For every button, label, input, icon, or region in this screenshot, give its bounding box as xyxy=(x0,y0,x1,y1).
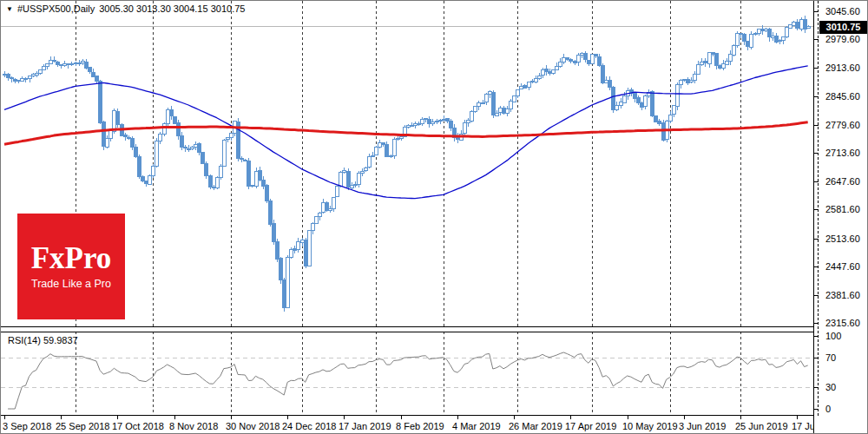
date-tick xyxy=(231,416,232,419)
price-axis-label: 2713.60 xyxy=(825,148,860,158)
date-tick xyxy=(570,416,571,419)
price-axis-label: 2581.60 xyxy=(825,204,860,214)
date-tick xyxy=(740,416,741,419)
date-axis-label: 25 Jun 2019 xyxy=(735,421,788,431)
date-axis-label: 25 Sep 2018 xyxy=(56,421,109,431)
fxpro-logo-title: FxPro xyxy=(31,243,112,274)
rsi-axis-label: 30 xyxy=(825,382,836,392)
date-axis-label: 17 Apr 2019 xyxy=(565,421,616,431)
date-axis-label: 8 Nov 2018 xyxy=(169,421,218,431)
date-tick xyxy=(61,416,62,419)
price-tick xyxy=(814,323,819,324)
date-tick xyxy=(797,416,798,419)
price-tick xyxy=(814,209,819,210)
ohlc-quote-text: 3005.30 3013.30 3004.15 3010.75 xyxy=(99,3,245,14)
price-axis[interactable]: 3045.602979.602913.602845.602779.602713.… xyxy=(813,1,868,434)
date-tick xyxy=(117,416,118,419)
price-tick xyxy=(814,266,819,267)
date-tick xyxy=(344,416,345,419)
price-tick xyxy=(814,68,819,69)
price-axis-label: 3045.60 xyxy=(825,6,860,16)
date-axis-label: 4 Mar 2019 xyxy=(452,421,501,431)
price-axis-label: 2513.60 xyxy=(825,233,860,244)
symbol-period-label: #USSPX500,Daily xyxy=(17,3,95,14)
price-tick xyxy=(814,125,819,126)
date-tick xyxy=(401,416,402,419)
date-tick xyxy=(684,416,685,419)
trading-chart-window: ▼ #USSPX500,Daily 3005.30 3013.30 3004.1… xyxy=(0,0,868,434)
price-tick xyxy=(814,96,819,97)
date-tick xyxy=(457,416,458,419)
rsi-indicator-pane[interactable] xyxy=(1,332,813,416)
rsi-tick xyxy=(814,336,819,337)
price-axis-label: 2381.60 xyxy=(825,290,860,300)
current-price-badge: 3010.75 xyxy=(819,21,867,34)
price-tick xyxy=(814,11,819,12)
date-axis-label: 10 May 2019 xyxy=(622,421,678,431)
date-tick xyxy=(514,416,515,419)
date-axis-label: 17 Oct 2018 xyxy=(112,421,164,431)
date-axis-label: 8 Feb 2019 xyxy=(396,421,444,431)
date-tick xyxy=(4,416,5,419)
date-axis-label: 3 Jun 2019 xyxy=(679,421,726,431)
date-tick xyxy=(287,416,288,419)
fxpro-logo-tagline: Trade Like a Pro xyxy=(31,278,111,290)
price-axis-label: 2845.60 xyxy=(825,91,860,102)
rsi-axis-label: 100 xyxy=(825,331,841,341)
price-axis-label: 2779.60 xyxy=(825,120,860,130)
axis-inner-dashed-line xyxy=(818,1,819,416)
price-axis-label: 2979.60 xyxy=(825,34,860,44)
price-tick xyxy=(814,239,819,240)
price-axis-label: 2447.60 xyxy=(825,261,860,272)
price-tick xyxy=(814,39,819,40)
price-axis-label: 2913.60 xyxy=(825,62,860,73)
price-tick xyxy=(814,295,819,296)
price-tick xyxy=(814,181,819,182)
date-axis-label: 17 Jan 2019 xyxy=(339,421,391,431)
fxpro-logo: FxPro Trade Like a Pro xyxy=(17,214,125,319)
date-axis-label: 30 Nov 2018 xyxy=(226,421,279,431)
price-tick xyxy=(814,153,819,154)
date-axis-label: 24 Dec 2018 xyxy=(282,421,336,431)
date-tick xyxy=(628,416,628,419)
price-axis-label: 2647.60 xyxy=(825,176,860,187)
rsi-tick xyxy=(814,387,819,388)
time-axis[interactable]: 3 Sep 201825 Sep 201817 Oct 20188 Nov 20… xyxy=(1,416,813,434)
date-axis-label: 3 Sep 2018 xyxy=(3,421,51,431)
chart-header: ▼ #USSPX500,Daily 3005.30 3013.30 3004.1… xyxy=(6,3,245,14)
rsi-axis-label: 0 xyxy=(825,404,831,414)
rsi-tick xyxy=(814,358,819,358)
symbol-dropdown-icon[interactable]: ▼ xyxy=(6,4,13,14)
date-axis-label: 26 Mar 2019 xyxy=(509,421,562,431)
rsi-tick xyxy=(814,409,819,410)
rsi-indicator-label: RSI(14) 59.9837 xyxy=(8,335,78,345)
date-tick xyxy=(174,416,175,419)
rsi-axis-label: 70 xyxy=(825,352,836,363)
price-axis-label: 2315.60 xyxy=(825,318,860,328)
